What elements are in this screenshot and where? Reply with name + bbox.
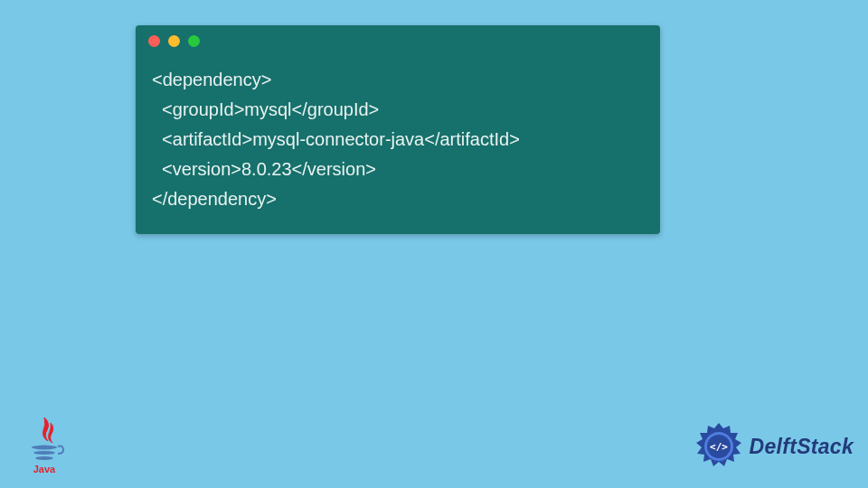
java-logo-icon: Java [22,414,67,475]
delftstack-logo: </> DelftStack [693,421,854,472]
code-window: <dependency> <groupId>mysql</groupId> <a… [136,25,660,234]
delftstack-logo-text: DelftStack [750,435,854,459]
delftstack-emblem-icon: </> [693,421,744,472]
minimize-icon [168,35,180,47]
close-icon [148,35,160,47]
svg-text:</>: </> [710,441,728,453]
svg-text:Java: Java [33,464,56,474]
maximize-icon [188,35,200,47]
code-content: <dependency> <groupId>mysql</groupId> <a… [136,56,660,234]
window-traffic-lights [136,25,660,56]
